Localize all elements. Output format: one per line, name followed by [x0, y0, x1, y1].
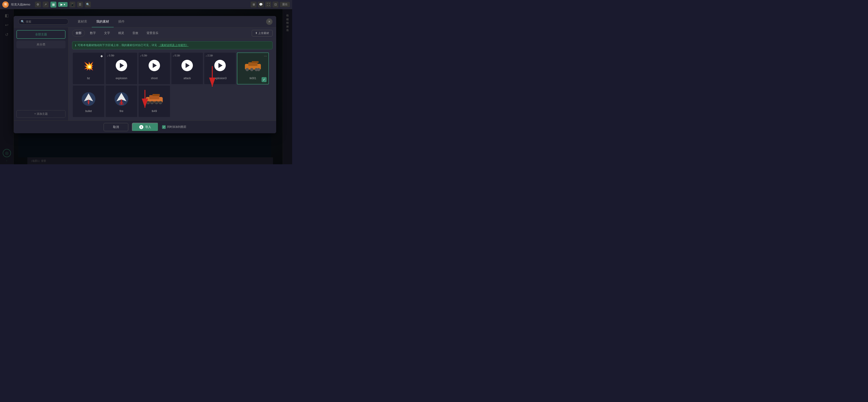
info-banner: ℹ 可将本地素材拖动到下方区域上传，我的素材仅对自己可见，详见 《素材说明及上传…	[72, 41, 273, 49]
asset-name-fire: fire	[120, 109, 123, 113]
import-button[interactable]: 1 导入	[132, 123, 158, 131]
asset-modal: 🔍 素材库 我的素材 插件 ×	[14, 16, 276, 133]
asset-item-fire[interactable]: fire	[105, 85, 137, 117]
shrink-icon[interactable]: ⊡	[273, 2, 278, 7]
audio-duration-attack: ♪ 0.1秒	[173, 54, 180, 57]
chat-icon[interactable]: 💬	[258, 2, 264, 7]
info-link[interactable]: 《素材说明及上传规范》	[158, 43, 188, 47]
main-area: ◧ ↩ ↺ ◎ › （场景1）背景 动画 碰撞 物理 脚本 场景	[0, 9, 292, 164]
uncategorized-btn[interactable]: 未分类	[17, 41, 65, 48]
mode-icon[interactable]: ▦	[51, 2, 56, 7]
modal-right-panel: 全部 数字 文字 精灵 音效	[68, 27, 276, 121]
tank-svg	[244, 61, 262, 72]
svg-rect-23	[146, 102, 162, 103]
asset-item-attack[interactable]: ♪ 0.1秒 attack	[171, 53, 203, 85]
topbar-right: 🖥 💬 ⛶ ⊡ 退出	[251, 2, 290, 7]
filter-row: 全部 数字 文字 精灵 音效	[68, 27, 276, 39]
filter-audio[interactable]: 音效	[129, 30, 142, 36]
asset-name-explosion3: explosion3	[213, 77, 226, 80]
filter-sprite[interactable]: 精灵	[115, 30, 127, 36]
search-bar[interactable]: 🔍	[18, 19, 68, 25]
share-icon[interactable]: ↗	[43, 2, 49, 7]
close-button[interactable]: ×	[266, 19, 273, 25]
asset-item-shoot[interactable]: ♪ 0.2秒 shoot	[138, 53, 170, 85]
svg-point-4	[250, 68, 253, 71]
asset-thumb-tk001	[244, 57, 262, 75]
asset-item-bz[interactable]: ◆ 💥 bz	[72, 53, 104, 85]
all-themes-btn[interactable]: 全部主题	[17, 30, 65, 39]
monitor-icon[interactable]: 🖥	[251, 2, 256, 7]
asset-name-shoot: shoot	[151, 77, 157, 80]
asset-menu-tk001[interactable]: ⋯	[264, 54, 267, 58]
svg-rect-2	[252, 61, 258, 63]
exit-button[interactable]: 退出	[280, 2, 290, 7]
diamond-icon: ◆	[100, 54, 103, 58]
svg-point-3	[246, 68, 249, 71]
filter-text[interactable]: 文字	[101, 30, 113, 36]
topbar-icons: ⚙ ↗ ▦ ▶ ▾ 📱 ☰ 🔍	[35, 2, 91, 7]
audio-duration-explosion3: ♪ 2.1秒	[206, 54, 213, 57]
asset-name-bz: bz	[87, 77, 90, 80]
modal-overlay: 🔍 素材库 我的素材 插件 ×	[0, 9, 292, 164]
tk49-svg	[145, 93, 163, 105]
svg-rect-18	[152, 94, 160, 96]
play-button-explosion3[interactable]	[214, 60, 226, 71]
svg-point-6	[257, 68, 260, 71]
asset-name-tk001: tk001	[249, 77, 256, 80]
play-button-shoot[interactable]	[149, 60, 160, 71]
asset-thumb-shoot	[145, 57, 163, 75]
modal-left-panel: 全部主题 未分类 + 添加主题	[14, 27, 68, 121]
modal-body: 全部主题 未分类 + 添加主题 全部	[14, 27, 276, 121]
tab-plugins[interactable]: 插件	[114, 16, 129, 27]
cancel-button[interactable]: 取消	[104, 123, 128, 131]
topbar: 坦 坦克大战demo ⚙ ↗ ▦ ▶ ▾ 📱 ☰ 🔍 🖥 💬 ⛶ ⊡ 退出	[0, 0, 292, 9]
search-input[interactable]	[26, 20, 66, 23]
filter-number[interactable]: 数字	[87, 30, 99, 36]
tab-my-assets[interactable]: 我的素材	[92, 16, 114, 27]
asset-check-tk001: ✓	[261, 77, 267, 82]
asset-thumb-explosion3	[211, 57, 229, 75]
asset-thumb-bullet	[80, 90, 98, 108]
play-button-explosion[interactable]	[116, 60, 127, 71]
expand-icon[interactable]: ⛶	[265, 2, 271, 7]
search-icon: 🔍	[21, 20, 24, 23]
play-button[interactable]: ▶ ▾	[58, 2, 67, 7]
audio-duration-explosion: ♪ 0.3秒	[107, 54, 114, 57]
info-icon: ℹ	[75, 44, 76, 47]
mobile-icon[interactable]: 📱	[69, 2, 75, 7]
modal-header: 🔍 素材库 我的素材 插件 ×	[14, 16, 276, 27]
asset-item-explosion[interactable]: ♪ 0.3秒 explosion	[105, 53, 137, 85]
fire-svg	[114, 91, 129, 107]
asset-item-tk001[interactable]: ⋯	[237, 53, 269, 85]
asset-thumb-tk49	[145, 90, 163, 108]
filter-all[interactable]: 全部	[72, 30, 85, 36]
asset-item-tk49[interactable]: tk49	[138, 85, 170, 117]
add-theme-button[interactable]: + 添加主题	[17, 110, 65, 118]
import-count-badge: 1	[139, 125, 143, 129]
asset-name-tk49: tk49	[152, 109, 157, 113]
audio-duration-shoot: ♪ 0.2秒	[140, 54, 147, 57]
upload-button[interactable]: ⬆ ⬆ 上传素材	[252, 30, 273, 36]
app-logo: 坦	[2, 1, 9, 8]
bullet-svg	[81, 91, 97, 107]
add-layer-checkbox[interactable]: ✓ 同时添加到图层	[162, 125, 186, 129]
settings-icon[interactable]: ⚙	[35, 2, 41, 7]
search-top-icon[interactable]: 🔍	[85, 2, 91, 7]
asset-item-explosion3[interactable]: ♪ 2.1秒 explosion3	[204, 53, 236, 85]
app-title: 坦克大战demo	[11, 2, 30, 7]
modal-footer: 取消 1 导入 ✓ 同时添加到图层	[14, 121, 276, 133]
filter-bgmusic[interactable]: 背景音乐	[143, 30, 162, 36]
asset-thumb-fire	[112, 90, 130, 108]
asset-thumb-explosion	[112, 57, 130, 75]
asset-name-attack: attack	[184, 77, 191, 80]
tab-library[interactable]: 素材库	[73, 16, 92, 27]
asset-name-explosion: explosion	[116, 77, 127, 80]
asset-thumb-bz: 💥	[80, 57, 98, 75]
asset-item-bullet[interactable]: bullet	[72, 85, 104, 117]
asset-name-bullet: bullet	[85, 109, 92, 113]
checkbox-icon: ✓	[162, 125, 166, 129]
list-icon[interactable]: ☰	[77, 2, 83, 7]
play-button-attack[interactable]	[182, 60, 193, 71]
explosion-emoji: 💥	[84, 62, 94, 70]
asset-thumb-attack	[178, 57, 196, 75]
